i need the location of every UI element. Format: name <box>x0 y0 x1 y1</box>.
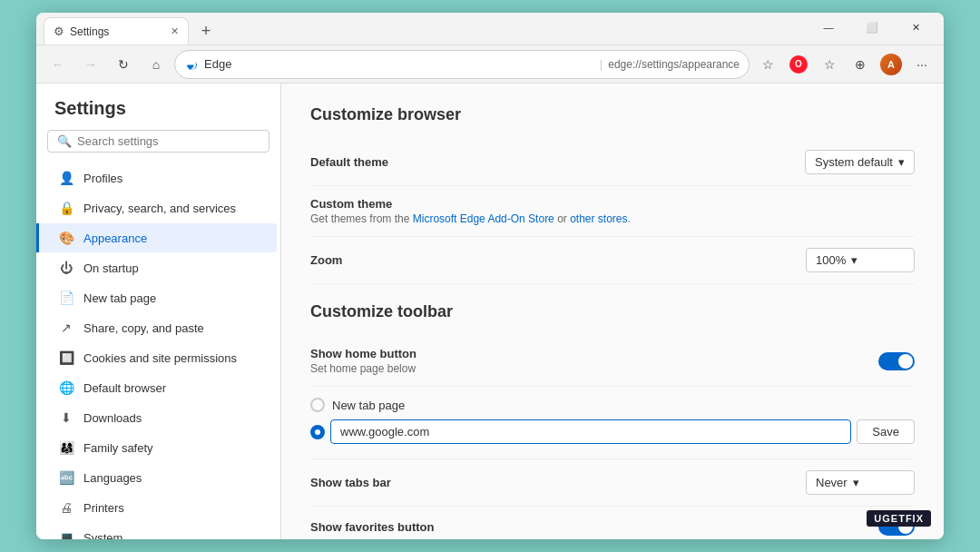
default-theme-row: Default theme System default ▾ <box>310 139 915 186</box>
zoom-label: Zoom <box>310 253 342 267</box>
customize-toolbar-title: Customize toolbar <box>310 302 915 321</box>
sidebar-item-newtab-label: New tab page <box>83 291 156 305</box>
show-favorites-label: Show favorites button <box>310 520 435 534</box>
close-button[interactable]: ✕ <box>895 14 936 41</box>
sidebar-item-startup-label: On startup <box>83 261 139 275</box>
sidebar-item-privacy-label: Privacy, search, and services <box>83 202 236 215</box>
tabsbar-value: Never <box>816 476 848 489</box>
search-icon: 🔍 <box>57 134 72 148</box>
sidebar-item-profiles[interactable]: 👤 Profiles <box>40 163 277 192</box>
search-settings-container[interactable]: 🔍 <box>47 130 270 153</box>
sidebar-item-cookies[interactable]: 🔲 Cookies and site permissions <box>40 343 277 372</box>
zoom-row: Zoom 100% ▾ <box>310 237 915 284</box>
home-url-input[interactable] <box>330 419 851 444</box>
browser-essentials-button[interactable]: ⊕ <box>846 50 875 79</box>
defaultbrowser-icon: 🌐 <box>58 380 74 395</box>
address-bar[interactable]: Edge | edge://settings/appearance <box>174 50 750 79</box>
chevron-down-icon: ▾ <box>898 155 905 169</box>
default-theme-label: Default theme <box>310 155 388 169</box>
sidebar-item-defaultbrowser[interactable]: 🌐 Default browser <box>40 373 277 402</box>
sidebar-item-languages[interactable]: 🔤 Languages <box>40 463 277 492</box>
newtab-radio-button[interactable] <box>310 398 325 412</box>
new-tab-button[interactable]: + <box>192 17 220 44</box>
home-button-toggle[interactable] <box>878 352 915 370</box>
profile-avatar: A <box>880 54 902 75</box>
system-icon: 💻 <box>58 530 74 539</box>
custom-theme-row: Custom theme Get themes from the Microso… <box>310 186 915 237</box>
sidebar-item-newtab[interactable]: 📄 New tab page <box>40 283 277 312</box>
address-separator: | <box>600 57 603 71</box>
sidebar-item-cookies-label: Cookies and site permissions <box>83 351 237 365</box>
sidebar-item-downloads[interactable]: ⬇ Downloads <box>40 403 277 432</box>
customize-browser-title: Customize browser <box>310 105 915 124</box>
custom-theme-label: Custom theme <box>310 197 631 211</box>
downloads-icon: ⬇ <box>58 410 74 425</box>
sidebar-item-family-label: Family safety <box>83 441 153 455</box>
tab-label: Settings <box>70 25 109 38</box>
save-url-button[interactable]: Save <box>857 419 915 444</box>
main-area: Settings 🔍 👤 Profiles 🔒 Privacy, search,… <box>36 84 944 539</box>
favorites-icon-button[interactable]: ☆ <box>753 50 782 79</box>
show-home-row: Show home button Set home page below <box>310 336 915 387</box>
tab-close-button[interactable]: ✕ <box>171 25 179 37</box>
tabsbar-dropdown[interactable]: Never ▾ <box>806 470 915 495</box>
addon-store-link[interactable]: Microsoft Edge Add-On Store <box>413 212 554 225</box>
watermark: UGETFIX <box>867 510 931 527</box>
url-radio-row: Save <box>310 416 915 448</box>
family-icon: 👨‍👩‍👧 <box>58 440 74 455</box>
sidebar-item-defaultbrowser-label: Default browser <box>83 381 166 395</box>
reading-list-button[interactable]: ☆ <box>815 50 844 79</box>
newtab-radio-label: New tab page <box>332 399 405 412</box>
default-theme-value: System default <box>815 155 893 169</box>
back-button[interactable]: ← <box>44 50 73 79</box>
title-bar: ⚙ Settings ✕ + — ⬜ ✕ <box>36 13 944 45</box>
sidebar-item-printers[interactable]: 🖨 Printers <box>40 493 277 522</box>
search-settings-input[interactable] <box>77 134 260 148</box>
nav-right-buttons: ☆ O ☆ ⊕ A ··· <box>753 50 936 79</box>
sidebar-item-languages-label: Languages <box>83 471 142 485</box>
zoom-chevron-icon: ▾ <box>851 253 858 267</box>
sidebar-item-appearance[interactable]: 🎨 Appearance <box>36 223 277 252</box>
refresh-button[interactable]: ↻ <box>109 50 138 79</box>
show-home-label: Show home button <box>310 347 416 360</box>
zoom-dropdown[interactable]: 100% ▾ <box>806 248 915 272</box>
maximize-button[interactable]: ⬜ <box>851 14 893 41</box>
set-home-desc: Set home page below <box>310 362 416 375</box>
sidebar-item-share[interactable]: ↗ Share, copy, and paste <box>40 313 277 342</box>
home-url-section: New tab page Save <box>310 387 915 459</box>
sidebar-item-family[interactable]: 👨‍👩‍👧 Family safety <box>40 433 277 462</box>
share-icon: ↗ <box>58 320 74 335</box>
opera-icon: O <box>789 55 808 74</box>
zoom-value: 100% <box>816 253 846 267</box>
sidebar-item-system[interactable]: 💻 System <box>40 523 277 539</box>
startup-icon: ⏻ <box>58 261 74 275</box>
sidebar-item-printers-label: Printers <box>83 501 124 515</box>
active-tab[interactable]: ⚙ Settings ✕ <box>44 17 189 44</box>
appearance-icon: 🎨 <box>58 231 74 245</box>
profiles-icon: 👤 <box>58 171 74 185</box>
sidebar-item-downloads-label: Downloads <box>83 411 142 425</box>
printers-icon: 🖨 <box>58 500 74 515</box>
address-brand: Edge <box>204 57 594 71</box>
default-theme-dropdown[interactable]: System default ▾ <box>805 150 915 174</box>
sidebar-item-startup[interactable]: ⏻ On startup <box>40 253 277 282</box>
url-radio-button[interactable] <box>310 425 325 439</box>
sidebar-item-profiles-label: Profiles <box>83 172 122 185</box>
settings-more-button[interactable]: ··· <box>907 50 936 79</box>
sidebar: Settings 🔍 👤 Profiles 🔒 Privacy, search,… <box>36 84 281 539</box>
newtab-radio-option[interactable]: New tab page <box>310 394 915 416</box>
profile-button[interactable]: A <box>877 50 906 79</box>
show-tabsbar-row: Show tabs bar Never ▾ <box>310 459 915 507</box>
opera-button[interactable]: O <box>784 50 813 79</box>
tabsbar-chevron-icon: ▾ <box>853 476 859 489</box>
minimize-button[interactable]: — <box>808 14 849 41</box>
show-tabsbar-label: Show tabs bar <box>310 476 391 489</box>
sidebar-item-privacy[interactable]: 🔒 Privacy, search, and services <box>40 193 277 222</box>
window-controls: — ⬜ ✕ <box>808 14 936 44</box>
newtab-icon: 📄 <box>58 291 74 305</box>
sidebar-item-share-label: Share, copy, and paste <box>83 321 204 335</box>
home-button[interactable]: ⌂ <box>142 50 171 79</box>
privacy-icon: 🔒 <box>58 201 74 215</box>
other-stores-link[interactable]: other stores <box>570 212 627 225</box>
forward-button[interactable]: → <box>76 50 105 79</box>
